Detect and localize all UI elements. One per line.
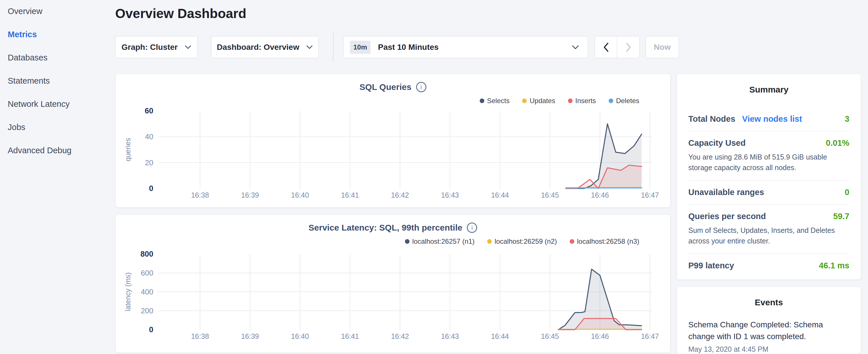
svg-text:0: 0	[149, 184, 153, 193]
svg-text:queries: queries	[124, 138, 132, 162]
chevron-down-icon	[306, 45, 313, 49]
events-panel: Events Schema Change Completed: Schema c…	[677, 286, 861, 354]
svg-text:16:43: 16:43	[441, 191, 459, 199]
svg-text:20: 20	[145, 158, 153, 167]
svg-text:400: 400	[141, 288, 153, 296]
stat-label: P99 latency	[688, 261, 734, 270]
svg-text:16:46: 16:46	[591, 332, 609, 340]
stat-value: 3	[845, 114, 849, 124]
svg-text:16:44: 16:44	[491, 332, 509, 340]
event-timestamp: May 13, 2020 at 4:45 PM	[688, 345, 849, 353]
service-latency-chart-card: Service Latency: SQL, 99th percentile i …	[115, 214, 671, 353]
svg-text:16:45: 16:45	[541, 191, 559, 199]
summary-row-capacity-used: Capacity Used 0.01% You are using 28.6 M…	[688, 131, 849, 181]
sidebar-item-metrics[interactable]: Metrics	[0, 30, 110, 53]
time-range-picker[interactable]: 10m Past 10 Minutes	[343, 36, 588, 58]
chart-canvas: 16:3816:3916:4016:4116:4216:4316:4416:45…	[116, 74, 671, 208]
stat-description: Sum of Selects, Updates, Inserts, and De…	[688, 225, 849, 246]
time-next-button[interactable]	[617, 36, 639, 58]
sidebar-item-databases[interactable]: Databases	[0, 53, 110, 76]
time-range-label: Past 10 Minutes	[378, 43, 439, 52]
svg-text:60: 60	[145, 106, 153, 115]
svg-text:16:38: 16:38	[191, 191, 209, 199]
dashboard-dropdown[interactable]: Dashboard: Overview	[211, 36, 319, 58]
summary-panel: Summary Total Nodes View nodes list 3 Ca…	[677, 74, 861, 280]
svg-text:16:41: 16:41	[341, 332, 359, 340]
graph-dropdown-label: Graph: Cluster	[122, 43, 178, 52]
sidebar-item-advanced-debug[interactable]: Advanced Debug	[0, 146, 110, 169]
graph-dropdown[interactable]: Graph: Cluster	[115, 36, 198, 58]
stat-label: Unavailable ranges	[688, 188, 764, 197]
chevron-left-icon	[602, 42, 610, 53]
svg-text:latency (ms): latency (ms)	[124, 272, 132, 311]
stat-label: Capacity Used	[688, 138, 746, 148]
now-button[interactable]: Now	[646, 36, 679, 58]
sidebar-item-network-latency[interactable]: Network Latency	[0, 99, 110, 123]
sql-queries-chart-card: SQL Queries i SelectsUpdatesInsertsDelet…	[115, 74, 671, 207]
svg-text:16:46: 16:46	[591, 191, 609, 199]
page-title: Overview Dashboard	[115, 6, 246, 21]
stat-value: 46.1 ms	[819, 261, 849, 270]
summary-row-queries-per-second: Queries per second 59.7 Sum of Selects, …	[688, 204, 849, 254]
chevron-down-icon	[572, 45, 579, 50]
svg-text:0: 0	[149, 325, 153, 334]
svg-text:16:42: 16:42	[391, 191, 409, 199]
summary-row-unavailable-ranges: Unavailable ranges 0	[688, 181, 849, 204]
time-range-badge: 10m	[350, 41, 371, 54]
stat-value: 0.01%	[826, 138, 849, 148]
sql-queries-chart[interactable]: 16:3816:3916:4016:4116:4216:4316:4416:45…	[116, 74, 670, 207]
svg-text:16:44: 16:44	[491, 191, 509, 199]
svg-text:16:47: 16:47	[641, 191, 659, 199]
time-prev-button[interactable]	[595, 36, 617, 58]
svg-text:16:39: 16:39	[241, 191, 259, 199]
stat-label: Queries per second	[688, 212, 766, 221]
svg-text:800: 800	[141, 250, 153, 258]
chart-canvas: 16:3816:3916:4016:4116:4216:4316:4416:45…	[116, 215, 671, 353]
svg-text:16:38: 16:38	[191, 332, 209, 340]
time-pager	[595, 36, 640, 58]
stat-description: You are using 28.6 MiB of 515.9 GiB usab…	[688, 152, 849, 173]
sidebar-item-overview[interactable]: Overview	[0, 7, 110, 30]
summary-row-total-nodes: Total Nodes View nodes list 3	[688, 107, 849, 131]
svg-text:16:42: 16:42	[391, 332, 409, 340]
events-title: Events	[677, 297, 861, 307]
stat-label: Total Nodes	[688, 114, 735, 124]
event-text: Schema Change Completed: Schema change w…	[688, 319, 829, 342]
svg-text:200: 200	[141, 307, 153, 315]
svg-text:16:40: 16:40	[291, 332, 309, 340]
svg-text:16:45: 16:45	[541, 332, 559, 340]
svg-text:600: 600	[141, 269, 153, 277]
svg-text:16:40: 16:40	[291, 191, 309, 199]
toolbar-divider	[333, 32, 334, 62]
summary-row-p99-latency: P99 latency 46.1 ms	[688, 254, 849, 278]
stat-value: 59.7	[833, 212, 849, 221]
event-list-item[interactable]: Schema Change Completed: Schema change w…	[688, 319, 849, 353]
svg-text:16:47: 16:47	[641, 332, 659, 340]
view-nodes-list-link[interactable]: View nodes list	[742, 114, 802, 124]
chevron-right-icon	[625, 42, 632, 53]
svg-text:16:43: 16:43	[441, 332, 459, 340]
sidebar-item-jobs[interactable]: Jobs	[0, 123, 110, 146]
dashboard-dropdown-label: Dashboard: Overview	[217, 43, 300, 52]
svg-text:16:41: 16:41	[341, 191, 359, 199]
chevron-down-icon	[185, 45, 191, 49]
summary-title: Summary	[677, 85, 861, 95]
stat-value: 0	[845, 188, 849, 197]
sidebar: Overview Metrics Databases Statements Ne…	[0, 0, 110, 354]
sidebar-item-statements[interactable]: Statements	[0, 76, 110, 99]
svg-text:16:39: 16:39	[241, 332, 259, 340]
svg-text:40: 40	[145, 132, 153, 141]
service-latency-chart[interactable]: 16:3816:3916:4016:4116:4216:4316:4416:45…	[116, 215, 670, 353]
